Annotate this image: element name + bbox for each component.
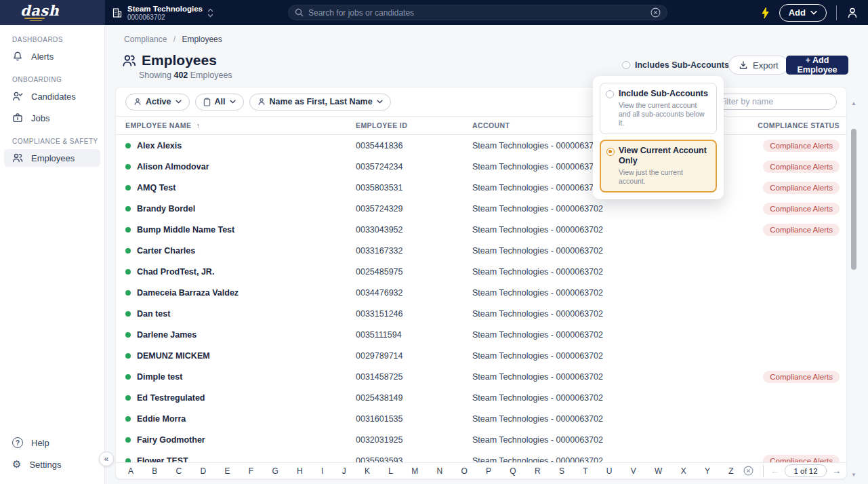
alphabet-letter[interactable]: G [272,466,278,476]
compliance-badge[interactable]: Compliance Alerts [763,203,840,215]
alphabet-letter[interactable]: I [321,466,323,476]
sidebar-item-help[interactable]: ? Help [4,434,100,451]
search-input[interactable] [308,8,650,18]
alphabet-letter[interactable]: T [583,466,587,476]
employee-name: DEMUNZ MICKEM [137,351,210,361]
employee-count: 402 [173,70,188,80]
compliance-badge[interactable]: Compliance Alerts [763,371,840,383]
breadcrumb-employees[interactable]: Employees [182,35,222,44]
employee-id: 0033167332 [356,246,472,256]
table-row[interactable]: Dameceia Barraza Valdez 0034476932 Steam… [116,282,846,303]
sidebar-item-employees[interactable]: Employees [4,149,100,167]
compliance-badge[interactable]: Compliance Alerts [763,140,840,152]
next-page-arrow[interactable]: → [832,466,841,476]
table-row[interactable]: Alison Almodovar 0035724234 Steam Techno… [116,156,846,177]
alphabet-letter[interactable]: Q [510,466,516,476]
date-filter[interactable]: All [195,94,244,110]
alphabet-letter[interactable]: J [342,466,346,476]
table-row[interactable]: Fairy Godmother 0032031925 Steam Technol… [116,429,846,450]
compliance-badge[interactable]: Compliance Alerts [763,455,840,462]
clear-letter-filter-icon[interactable] [743,466,753,476]
table-row[interactable]: Dan test 0033151246 Steam Technologies -… [116,303,846,324]
employee-name: Flower TEST [137,456,188,463]
employee-account: Steam Technologies - 0000063702 [472,414,840,424]
sidebar-collapse-button[interactable]: « [99,451,114,466]
sidebar-item-alerts[interactable]: Alerts [4,47,100,65]
alphabet-letter[interactable]: N [436,466,442,476]
alphabet-letter[interactable]: M [411,466,418,476]
alphabet-letter[interactable]: V [631,466,636,476]
add-employee-button[interactable]: + Add Employee [786,56,848,75]
active-status-dot [125,227,131,233]
name-format-filter-label: Name as First, Last Name [270,97,373,106]
scrollbar-track[interactable] [851,107,856,472]
column-header-employee-id[interactable]: EMPLOYEE ID [356,121,472,129]
alphabet-letter[interactable]: S [559,466,564,476]
employee-name: Dameceia Barraza Valdez [137,288,239,298]
account-switcher[interactable]: Steam Technologies 0000063702 [112,5,213,21]
radio-checked-icon [606,148,615,156]
compliance-badge[interactable]: Compliance Alerts [763,182,840,194]
table-row[interactable]: Eddie Morra 0031601535 Steam Technologie… [116,408,846,429]
alphabet-letter[interactable]: D [201,466,207,476]
alphabet-letter[interactable]: R [535,466,541,476]
user-profile-icon[interactable] [846,7,859,19]
alphabet-letter[interactable]: B [152,466,157,476]
sidebar-section-compliance: COMPLIANCE & SAFETY [12,138,104,145]
alphabet-letter[interactable]: F [249,466,253,476]
alphabet-letter[interactable]: P [486,466,491,476]
sidebar-item-candidates[interactable]: Candidates [4,87,100,105]
table-row[interactable]: Alex Alexis 0035441836 Steam Technologie… [116,135,846,156]
scrollbar-down-arrow[interactable]: ▼ [851,472,856,479]
column-header-compliance-status[interactable]: COMPLIANCE STATUS [758,121,840,129]
previous-page-arrow[interactable]: ← [770,466,779,476]
breadcrumb-compliance[interactable]: Compliance [124,35,167,44]
search-icon [295,8,304,17]
table-row[interactable]: DEMUNZ MICKEM 0029789714 Steam Technolog… [116,345,846,366]
alphabet-letter[interactable]: Y [705,466,710,476]
status-filter[interactable]: Active [125,94,190,110]
app-logo[interactable]: dash [0,0,105,25]
add-button-label: Add [789,7,806,18]
alphabet-letter[interactable]: H [297,466,303,476]
scrollbar-up-arrow[interactable]: ▲ [851,100,856,107]
alphabet-letter[interactable]: C [176,466,182,476]
table-row[interactable]: Carter Charles 0033167332 Steam Technolo… [116,240,846,261]
column-header-employee-name[interactable]: EMPLOYEE NAME ↑ [125,121,356,129]
sidebar-item-settings[interactable]: ⚙ Settings [4,456,100,473]
sub-accounts-dropdown: Include Sub-Accounts View the current ac… [593,76,724,199]
alphabet-letter[interactable]: E [225,466,230,476]
export-button[interactable]: Export [728,56,789,75]
compliance-badge[interactable]: Compliance Alerts [763,161,840,173]
alphabet-letter[interactable]: K [365,466,370,476]
alphabet-letter[interactable]: W [655,466,662,476]
alphabet-letter[interactable]: L [388,466,393,476]
table-row[interactable]: Bump Middle Name Test 0033043952 Steam T… [116,219,846,240]
table-row[interactable]: AMQ Test 0035803531 Steam Technologies -… [116,177,846,198]
alphabet-letter[interactable]: X [681,466,686,476]
table-row[interactable]: Chad ProdTest, JR. 0025485975 Steam Tech… [116,261,846,282]
sub-accounts-toggle[interactable]: Includes Sub-Accounts [622,60,741,70]
option-view-current-account-only[interactable]: View Current Account Only View just the … [600,140,717,193]
table-row[interactable]: Ed Testregulated 0025438149 Steam Techno… [116,387,846,408]
filter-by-name-input[interactable] [711,94,837,110]
clear-search-icon[interactable] [650,7,661,18]
scrollbar-thumb[interactable] [851,129,856,270]
name-format-filter[interactable]: Name as First, Last Name [249,94,391,110]
employee-account: Steam Technologies - 0000063702 [472,435,840,445]
alphabet-letter[interactable]: U [606,466,613,476]
table-row[interactable]: Dimple test 0031458725 Steam Technologie… [116,366,846,387]
alphabet-letter[interactable]: Z [728,466,733,476]
sidebar-item-jobs[interactable]: Jobs [4,109,100,127]
compliance-badge[interactable]: Compliance Alerts [763,224,840,236]
alphabet-letter[interactable]: A [128,466,133,476]
table-row[interactable]: Darlene James 0035111594 Steam Technolog… [116,324,846,345]
chevron-down-icon [377,100,383,104]
table-row[interactable]: Brandy Bordel 0035724329 Steam Technolog… [116,198,846,219]
lightning-icon[interactable] [761,7,770,19]
employees-table-card: Active All Name as First, Last N [115,87,847,479]
add-button[interactable]: Add [779,4,827,22]
table-row[interactable]: Flower TEST 0035593593 Steam Technologie… [116,450,846,462]
option-include-sub-accounts[interactable]: Include Sub-Accounts View the current ac… [600,83,717,134]
alphabet-letter[interactable]: O [461,466,467,476]
